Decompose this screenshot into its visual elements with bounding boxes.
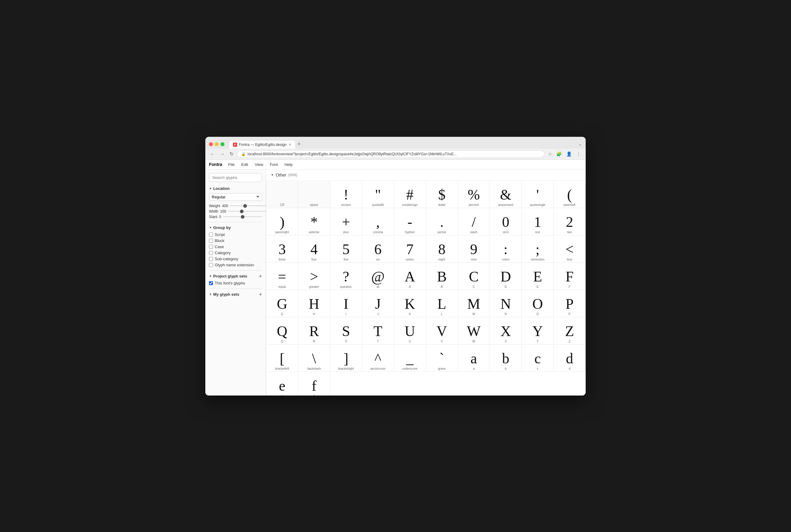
glyph-cell[interactable]: 2two: [554, 208, 586, 235]
star-icon[interactable]: ☆: [547, 151, 553, 157]
glyph-cell[interactable]: -hyphen: [394, 208, 426, 235]
menu-help[interactable]: Help: [282, 161, 296, 168]
glyph-cell[interactable]: LL: [426, 290, 458, 317]
glyph-cell[interactable]: +plus: [330, 208, 362, 235]
glyph-cell[interactable]: JJ: [362, 290, 394, 317]
glyph-cell[interactable]: YY: [522, 317, 554, 345]
back-button[interactable]: ←: [209, 151, 216, 157]
slant-slider[interactable]: [223, 216, 262, 217]
glyph-cell[interactable]: ,comma: [362, 208, 394, 235]
glyph-cell[interactable]: BB: [426, 263, 458, 290]
glyph-cell[interactable]: /slash: [458, 208, 490, 235]
glyph-cell[interactable]: 0zero: [490, 208, 522, 235]
glyph-cell[interactable]: 4four: [298, 235, 330, 263]
glyph-cell[interactable]: \backslash: [298, 345, 330, 372]
glyph-cell[interactable]: VV: [426, 317, 458, 345]
glyph-cell[interactable]: 6six: [362, 235, 394, 263]
glyph-cell[interactable]: aa: [458, 345, 490, 372]
glyph-cell[interactable]: ?question: [330, 263, 362, 290]
glyph-cell[interactable]: ZZ: [554, 317, 586, 345]
glyph-cell[interactable]: :colon: [490, 235, 522, 263]
glyph-cell[interactable]: ^asciicircum: [362, 345, 394, 372]
glyph-cell[interactable]: PP: [554, 290, 586, 317]
glyph-cell[interactable]: NN: [490, 290, 522, 317]
glyph-cell[interactable]: DD: [490, 263, 522, 290]
glyph-cell[interactable]: HH: [298, 290, 330, 317]
glyph-cell[interactable]: &ampersand: [490, 181, 522, 208]
menu-font[interactable]: Font: [267, 161, 281, 168]
glyph-cell[interactable]: FF: [554, 263, 586, 290]
menu-file[interactable]: File: [225, 161, 238, 168]
glyph-cell[interactable]: ;semicolon: [522, 235, 554, 263]
glyph-cell[interactable]: space: [298, 181, 330, 208]
group-by-section-header[interactable]: ▼ Group by: [209, 225, 262, 230]
tab-close-icon[interactable]: ✕: [288, 142, 291, 147]
reload-button[interactable]: ↻: [228, 150, 235, 157]
group-script-checkbox[interactable]: [209, 233, 213, 236]
glyph-cell[interactable]: 3three: [266, 235, 298, 263]
menu-view[interactable]: View: [252, 161, 266, 168]
glyph-cell[interactable]: .period: [426, 208, 458, 235]
project-glyph-sets-toggle[interactable]: ▼ Project glyph sets: [209, 274, 247, 279]
add-project-set-button[interactable]: +: [259, 273, 262, 279]
fonts-glyphs-checkbox[interactable]: [209, 281, 213, 285]
location-section-header[interactable]: ▼ Location: [209, 186, 262, 191]
group-category-checkbox[interactable]: [209, 251, 213, 255]
glyph-cell[interactable]: MM: [458, 290, 490, 317]
close-button[interactable]: [209, 142, 213, 146]
menu-icon[interactable]: ⋮: [575, 151, 582, 157]
forward-button[interactable]: →: [219, 151, 226, 157]
glyph-cell[interactable]: KK: [394, 290, 426, 317]
glyph-cell[interactable]: RR: [298, 317, 330, 345]
glyph-cell[interactable]: AA: [394, 263, 426, 290]
glyph-cell[interactable]: CR: [266, 181, 298, 208]
location-select[interactable]: Regular: [209, 193, 262, 201]
glyph-cell[interactable]: CC: [458, 263, 490, 290]
glyph-cell[interactable]: bb: [490, 345, 522, 372]
glyph-cell[interactable]: ee: [266, 372, 298, 396]
glyph-cell[interactable]: ]bracketright: [330, 345, 362, 372]
maximize-button[interactable]: [220, 142, 225, 146]
group-case-checkbox[interactable]: [209, 245, 213, 249]
glyph-cell[interactable]: =equal: [266, 263, 298, 290]
glyph-cell[interactable]: %percent: [458, 181, 490, 208]
active-tab[interactable]: F Fontra — Egitto/Egitto.design ✕: [229, 141, 295, 149]
glyph-cell[interactable]: >greater: [298, 263, 330, 290]
glyph-cell[interactable]: QQ: [266, 317, 298, 345]
glyph-cell[interactable]: TT: [362, 317, 394, 345]
glyph-cell[interactable]: OO: [522, 290, 554, 317]
glyph-cell[interactable]: 5five: [330, 235, 362, 263]
group-block-checkbox[interactable]: [209, 239, 213, 243]
extensions-icon[interactable]: 🧩: [555, 151, 563, 157]
group-collapse-icon[interactable]: ▼: [271, 173, 274, 176]
glyph-cell[interactable]: 'quotesingle: [522, 181, 554, 208]
glyph-cell[interactable]: "quotedbl: [362, 181, 394, 208]
glyph-cell[interactable]: WW: [458, 317, 490, 345]
glyph-cell[interactable]: _underscore: [394, 345, 426, 372]
glyph-cell[interactable]: $dollar: [426, 181, 458, 208]
glyph-cell[interactable]: II: [330, 290, 362, 317]
glyph-cell[interactable]: EE: [522, 263, 554, 290]
glyph-cell[interactable]: ff: [298, 372, 330, 396]
glyph-cell[interactable]: GG: [266, 290, 298, 317]
glyph-cell[interactable]: XX: [490, 317, 522, 345]
glyph-cell[interactable]: SS: [330, 317, 362, 345]
address-input[interactable]: 🔒 localhost:8000/fontoverview/?project=E…: [237, 150, 544, 158]
my-glyph-sets-toggle[interactable]: ▼ My glyph sets: [209, 292, 239, 297]
group-glyphname-checkbox[interactable]: [209, 263, 213, 267]
glyph-cell[interactable]: @at: [362, 263, 394, 290]
group-subcategory-checkbox[interactable]: [209, 257, 213, 261]
glyph-cell[interactable]: (parenleft: [554, 181, 586, 208]
glyph-cell[interactable]: [bracketleft: [266, 345, 298, 372]
glyph-cell[interactable]: *asterisk: [298, 208, 330, 235]
width-slider[interactable]: [228, 211, 266, 212]
minimize-button[interactable]: [215, 142, 219, 146]
profile-icon[interactable]: 👤: [565, 151, 573, 157]
glyph-cell[interactable]: )parenright: [266, 208, 298, 235]
glyph-cell[interactable]: dd: [554, 345, 586, 372]
glyph-cell[interactable]: 7seven: [394, 235, 426, 263]
menu-edit[interactable]: Edit: [238, 161, 251, 168]
weight-slider[interactable]: [230, 205, 266, 206]
glyph-cell[interactable]: !exclam: [330, 181, 362, 208]
glyph-cell[interactable]: `grave: [426, 345, 458, 372]
